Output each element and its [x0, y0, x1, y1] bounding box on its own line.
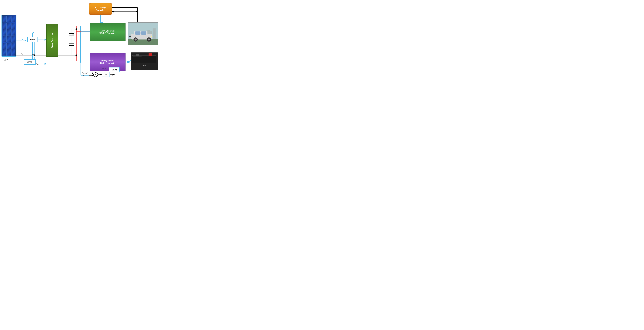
ev-controller-label: EV ChargeController: [95, 6, 106, 11]
svg-rect-73: [135, 31, 140, 35]
mppt-box: MPPT: [24, 59, 36, 65]
first-quadrant-label: First QuadrantDC/DC Converter: [99, 30, 116, 34]
mppt-label: MPPT: [27, 61, 32, 63]
boost-converter-box: Boost Converter: [46, 24, 58, 57]
sum-circle: +: [94, 72, 98, 77]
svg-point-76: [135, 38, 137, 41]
pwm-bottom-label: PWM: [112, 69, 117, 71]
svg-rect-67: [128, 39, 158, 45]
svg-rect-70: [152, 28, 156, 39]
vdc-label: vDC: [83, 74, 86, 76]
cap-minus: −: [72, 44, 74, 47]
svg-rect-84: [148, 53, 152, 56]
boost-converter-label: Boost Converter: [51, 33, 54, 48]
svg-line-62: [22, 40, 23, 42]
cap-plus: +: [72, 33, 74, 35]
main-diagram: PV Boost Converter First QuadrantDC/DC C…: [0, 0, 161, 82]
svg-rect-83: [136, 53, 139, 56]
svg-text:12V: 12V: [143, 64, 146, 66]
pv-label: PV: [4, 58, 8, 61]
pwm-top-box: PWM: [27, 37, 38, 42]
ev-car-image: [128, 22, 158, 45]
ib-label: ib: [113, 6, 114, 8]
pv-panel: [2, 15, 16, 57]
vpv-label: vpv: [21, 52, 24, 55]
svg-rect-87: [133, 56, 142, 57]
vb-label: Vb: [113, 9, 115, 12]
pwm-bottom-box: PWM: [109, 67, 120, 72]
pi-label: PI: [105, 73, 107, 75]
svg-point-79: [150, 36, 152, 37]
svg-point-15: [80, 61, 82, 63]
ipv-label: ipv: [32, 52, 34, 55]
pi-box: PI: [102, 72, 110, 77]
two-quadrant-label: Two QuadrantDC/DC Converter: [99, 59, 116, 64]
two-quadrant-converter: Two QuadrantDC/DC Converter: [90, 53, 126, 71]
battery-image: 12V: [131, 52, 158, 70]
svg-point-78: [148, 38, 150, 41]
first-quadrant-converter: First QuadrantDC/DC Converter: [90, 23, 126, 41]
svg-point-14: [80, 28, 82, 30]
two-pulses-label: 2 Pulses: [100, 68, 106, 70]
ev-charge-controller: EV ChargeController: [89, 3, 112, 15]
svg-rect-74: [141, 31, 146, 35]
pwm-top-label: PWM: [30, 38, 35, 41]
svg-point-12: [76, 54, 77, 56]
svg-line-61: [22, 39, 23, 40]
svg-point-13: [76, 28, 77, 30]
dmpp-label: dMPP: [36, 62, 40, 65]
vdc-ref-label: vDC ref: [82, 72, 88, 74]
